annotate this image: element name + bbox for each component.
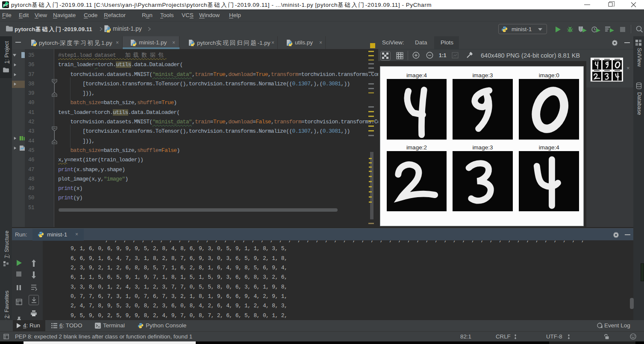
svg-text:PC: PC (3, 4, 9, 7)
